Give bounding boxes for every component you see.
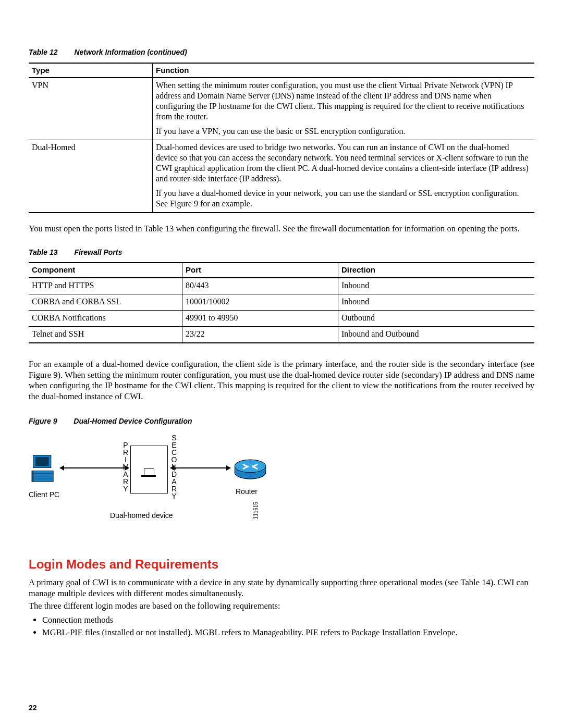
section-p1: A primary goal of CWI is to communicate … — [29, 577, 534, 599]
figure9-caption-title: Dual-Homed Device Configuration — [74, 417, 192, 425]
table13-caption: Table 13 Firewall Ports — [29, 248, 534, 257]
table12-caption: Table 12 Network Information (continued) — [29, 48, 534, 57]
cell-direction: Inbound — [338, 278, 535, 294]
table-row: HTTP and HTTPS 80/443 Inbound — [29, 278, 534, 294]
table-row: Dual-Homed Dual-homed devices are used t… — [29, 140, 534, 213]
cell-type: VPN — [29, 78, 153, 140]
link-arrow-icon — [60, 467, 129, 468]
table13-caption-label: Table 13 — [29, 248, 58, 257]
router-icon — [232, 454, 268, 484]
dual-homed-device-label: Dual-homed device — [110, 511, 173, 521]
cell-function: When setting the minimum router configur… — [153, 78, 535, 140]
cell-direction: Inbound and Outbound — [338, 327, 535, 343]
cell-function: Dual-homed devices are used to bridge tw… — [153, 140, 535, 213]
table12-hdr-function: Function — [153, 63, 535, 78]
cell-function-p2: If you have a dual-homed device in your … — [156, 188, 531, 209]
section-heading: Login Modes and Requirements — [29, 557, 534, 572]
cell-direction: Outbound — [338, 311, 535, 327]
cell-port: 80/443 — [182, 278, 338, 294]
svg-rect-3 — [32, 471, 34, 482]
cell-direction: Inbound — [338, 294, 535, 311]
cell-port: 23/22 — [182, 327, 338, 343]
figure9: Client PC PRIMARY SECONDARY Dual-homed d… — [29, 434, 284, 530]
cell-function-p1: When setting the minimum router configur… — [156, 80, 531, 122]
table12-caption-title: Network Information (continued) — [74, 48, 187, 56]
figure9-caption-label: Figure 9 — [29, 417, 57, 426]
section-p2: The three different login modes are base… — [29, 601, 534, 612]
svg-point-8 — [235, 460, 266, 473]
table13-hdr-component: Component — [29, 263, 182, 278]
table13-hdr-port: Port — [182, 263, 338, 278]
svg-rect-1 — [35, 457, 49, 466]
list-item: MGBL-PIE files (installed or not install… — [42, 627, 534, 638]
para-after-table12: You must open the ports listed in Table … — [29, 224, 534, 235]
dual-homed-device-icon — [130, 446, 168, 493]
cell-function-p1: Dual-homed devices are used to bridge tw… — [156, 142, 531, 184]
cell-function-p2: If you have a VPN, you can use the basic… — [156, 126, 531, 137]
table13-caption-title: Firewall Ports — [74, 248, 122, 256]
router-label: Router — [236, 487, 258, 497]
figure9-id: 111615 — [253, 502, 260, 519]
cell-component: Telnet and SSH — [29, 327, 182, 343]
table-row: VPN When setting the minimum router conf… — [29, 78, 534, 140]
client-pc-label: Client PC — [29, 490, 59, 500]
table12-hdr-type: Type — [29, 63, 153, 78]
list-item: Connection methods — [42, 615, 534, 626]
table-row: CORBA and CORBA SSL 10001/10002 Inbound — [29, 294, 534, 311]
primary-vertical-label: PRIMARY — [123, 441, 129, 492]
link-arrow-icon — [170, 467, 230, 468]
table13-hdr-direction: Direction — [338, 263, 535, 278]
cell-component: HTTP and HTTPS — [29, 278, 182, 294]
table-row: CORBA Notifications 49901 to 49950 Outbo… — [29, 311, 534, 327]
cell-port: 10001/10002 — [182, 294, 338, 311]
table12: Type Function VPN When setting the minim… — [29, 63, 534, 214]
para-after-table13: For an example of a dual-homed device co… — [29, 359, 534, 402]
client-pc-icon — [31, 454, 58, 487]
cell-type: Dual-Homed — [29, 140, 153, 213]
cell-port: 49901 to 49950 — [182, 311, 338, 327]
table13: Component Port Direction HTTP and HTTPS … — [29, 262, 534, 343]
requirements-list: Connection methods MGBL-PIE files (insta… — [33, 615, 534, 638]
table-row: Telnet and SSH 23/22 Inbound and Outboun… — [29, 327, 534, 343]
table12-caption-label: Table 12 — [29, 48, 58, 57]
cell-component: CORBA Notifications — [29, 311, 182, 327]
cell-component: CORBA and CORBA SSL — [29, 294, 182, 311]
figure9-caption: Figure 9 Dual-Homed Device Configuration — [29, 417, 534, 426]
